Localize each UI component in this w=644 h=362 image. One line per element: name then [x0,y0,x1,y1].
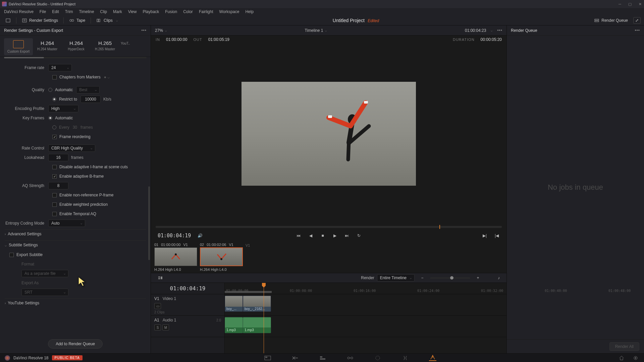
export-subtitle-checkbox[interactable] [9,253,14,257]
disable-iframe-checkbox[interactable] [52,165,57,169]
timeline-zoom-slider[interactable] [430,278,470,279]
frame-rate-dropdown[interactable]: 24⌵ [48,64,72,71]
timeline-ruler[interactable]: 01:00:00:00 01:00:08:00 01:00:16:00 01:0… [225,283,506,294]
menu-fusion[interactable]: Fusion [162,9,180,15]
zoom-out-button[interactable]: − [419,276,425,280]
rate-control-dropdown[interactable]: CBR High Quality⌵ [48,144,95,152]
menu-timeline[interactable]: Timeline [76,9,97,15]
viewer-scrubber[interactable] [156,226,502,228]
scrollbar[interactable] [148,186,150,260]
bitrate-input[interactable] [80,96,101,103]
mute-button[interactable]: M [162,324,169,330]
tape-button[interactable]: Tape [67,17,87,24]
video-track-header[interactable]: V1Video 1 ▭ 2 Clips [151,294,224,316]
track-enable-icon[interactable]: ▭ [154,303,161,309]
menu-file[interactable]: File [37,9,49,15]
audio-track-header[interactable]: A1Audio 12.0 S M [151,316,224,337]
audio-clip[interactable]: 1.mp3 [243,317,271,333]
keyframes-auto-radio[interactable] [48,116,52,120]
queue-options-icon[interactable]: ••• [635,28,640,33]
audio-track-lane[interactable]: 1.mp3 1.mp3 [225,316,506,337]
menu-edit[interactable]: Edit [49,9,62,15]
playhead[interactable] [264,283,264,353]
preset-hyperdeck[interactable]: H.264 HyperDeck [62,38,91,55]
timeline-dropdown-icon[interactable]: ⌵ [325,29,327,32]
media-page-icon[interactable] [264,355,271,361]
first-frame-button[interactable]: ⏮ [296,233,302,238]
audio-mixer-icon[interactable]: ♪ [496,276,502,280]
solo-button[interactable]: S [154,324,161,330]
lookahead-input[interactable] [48,154,68,161]
play-button[interactable]: ▶ [332,233,338,238]
preset-custom-export[interactable]: Custom Export [4,38,33,55]
youtube-settings-section[interactable]: › YouTube Settings [5,298,146,307]
viewer[interactable] [151,44,506,224]
mute-icon[interactable]: 🔊 [197,233,203,238]
fusion-page-icon[interactable] [346,355,354,361]
panel-options-icon[interactable]: ••• [141,28,147,33]
expand-button[interactable]: ⤢ [633,17,641,24]
close-button[interactable]: ✕ [638,2,642,6]
preset-youtube[interactable]: YouT... [119,38,130,55]
quality-automatic-radio[interactable] [48,88,52,92]
quick-export-icon[interactable] [3,17,13,24]
menu-color[interactable]: Color [180,9,196,15]
prev-frame-button[interactable]: ◀ [308,233,314,238]
menu-mark[interactable]: Mark [110,9,125,15]
zoom-dropdown-icon[interactable]: ⌵ [165,29,167,32]
quality-restrict-radio[interactable] [52,97,56,101]
minimize-button[interactable]: ─ [618,2,622,6]
subtitle-settings-section[interactable]: ⌵ Subtitle Settings [5,240,146,249]
preset-h265-master[interactable]: H.265 H.265 Master [91,38,119,55]
advanced-settings-section[interactable]: › Advanced Settings [5,229,146,238]
video-clip[interactable]: boy_... [225,296,243,312]
preset-scrollbar[interactable] [4,57,147,58]
loop-button[interactable]: ↻ [356,233,362,238]
menu-trim[interactable]: Trim [62,9,76,15]
render-all-button[interactable]: Render All [609,342,639,351]
add-to-render-queue-button[interactable]: Add to Render Queue [48,339,103,349]
next-clip-button[interactable]: ▶| [482,233,488,238]
chapters-checkbox[interactable] [52,75,57,79]
stop-button[interactable]: ■ [320,233,326,238]
cut-page-icon[interactable] [291,355,299,361]
menu-workspace[interactable]: Workspace [217,9,242,15]
render-settings-button[interactable]: Render Settings [20,17,60,24]
preset-h264-master[interactable]: H.264 H.264 Master [33,38,62,55]
menu-clip[interactable]: Clip [97,9,110,15]
video-track-lane[interactable]: boy_... boy_-_2182... [225,294,506,316]
render-queue-button[interactable]: Render Queue [592,17,630,24]
color-page-icon[interactable] [374,355,381,361]
render-range-dropdown[interactable]: Entire Timeline⌵ [377,274,415,282]
audio-clip[interactable]: 1.mp3 [225,317,243,333]
zoom-in-button[interactable]: + [475,276,481,280]
menu-playback[interactable]: Playback [140,9,162,15]
menu-view[interactable]: View [125,9,140,15]
encoding-profile-dropdown[interactable]: High⌵ [48,105,78,112]
aq-strength-input[interactable] [48,182,68,189]
enable-weighted-checkbox[interactable] [52,202,57,207]
video-clip[interactable]: boy_-_2182... [243,296,271,312]
fairlight-page-icon[interactable] [401,355,409,361]
last-frame-button[interactable]: ⏭ [344,233,350,238]
timeline-name[interactable]: Timeline 1 [305,28,323,33]
menu-fairlight[interactable]: Fairlight [196,9,216,15]
keyframes-every-radio[interactable] [52,125,56,129]
edit-page-icon[interactable] [319,355,326,361]
viewer-zoom[interactable]: 27% [155,28,163,33]
home-icon[interactable] [618,355,625,361]
clip-thumb-1[interactable]: 0101:00:00:00V1 H.264 High L4.0 [154,243,197,272]
timeline-view-options-icon[interactable] [156,274,165,282]
deliver-page-icon[interactable] [429,355,436,361]
prev-clip-button[interactable]: |◀ [494,233,500,238]
menu-davinci[interactable]: DaVinci Resolve [1,9,36,15]
clips-button[interactable]: Clips⌵ [94,17,120,24]
clip-thumb-2[interactable]: 0201:00:02:06V1 H.264 High L4.0 [200,243,243,272]
maximize-button[interactable]: ▢ [628,2,632,6]
frame-reordering-checkbox[interactable] [52,135,57,139]
enable-nonref-checkbox[interactable] [52,193,57,197]
viewer-options-icon[interactable]: ••• [497,28,502,33]
enable-temporal-checkbox[interactable] [52,212,57,216]
entropy-dropdown[interactable]: Auto⌵ [48,220,85,227]
menu-help[interactable]: Help [243,9,256,15]
